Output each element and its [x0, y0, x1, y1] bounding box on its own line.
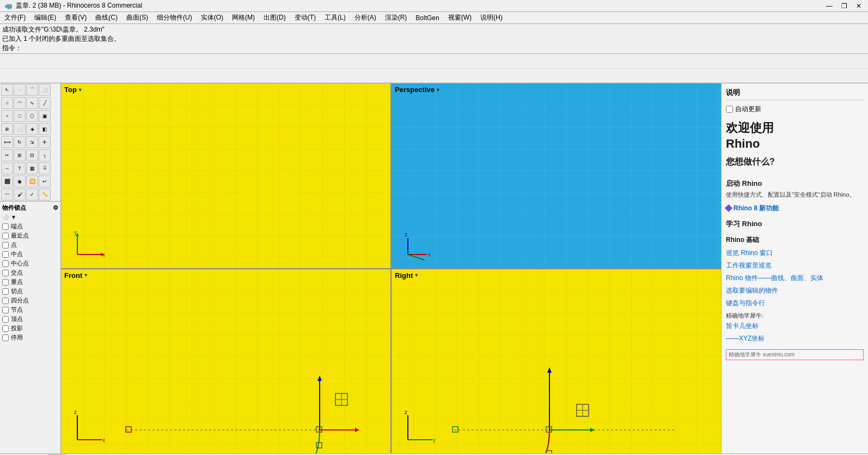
snap-checkbox-顶点[interactable] [2, 316, 9, 323]
arc-tool[interactable]: ◠ [14, 97, 26, 109]
snap-checkbox-中心点[interactable] [2, 260, 9, 267]
mirror-tool[interactable]: ⟺ [1, 136, 13, 148]
snap-filter-all[interactable]: ⚪ [2, 214, 9, 220]
array-tool[interactable]: ⠿ [39, 162, 51, 174]
menu-item-h[interactable]: 说明(H) [476, 12, 507, 23]
hatch-tool[interactable]: ▦ [26, 162, 38, 174]
menu-item-e[interactable]: 编辑(E) [30, 12, 60, 23]
cmd-line3[interactable]: 指令： [2, 44, 866, 53]
link-objects[interactable]: Rhino 物件——曲线、曲面、实体 [726, 274, 864, 283]
snap-checkbox-点[interactable] [2, 242, 9, 248]
snap-label-端点: 端点 [11, 222, 23, 230]
control-pts-tool[interactable]: ◉ [14, 175, 26, 187]
menu-item-a[interactable]: 分析(A) [350, 12, 381, 23]
move-tool[interactable]: ✛ [39, 136, 51, 148]
snap-checkbox-投影[interactable] [2, 325, 9, 332]
link-xyz[interactable]: ——XYZ坐标 [726, 334, 864, 343]
viewport-top-label[interactable]: Top ▼ [64, 86, 83, 94]
snap-settings-icon[interactable]: ⚙ [53, 204, 58, 211]
twist-tool[interactable]: 🔀 [26, 175, 38, 187]
snap-item-投影: 投影 [2, 324, 58, 332]
menu-item-w[interactable]: 视窗(W) [444, 12, 476, 23]
snap-checkbox-节点[interactable] [2, 307, 9, 313]
flow-tool[interactable]: 〰 [1, 189, 13, 201]
extrude-tool[interactable]: ⬜ [14, 123, 26, 135]
fillet-tool[interactable]: ╮ [39, 149, 51, 161]
menu-item-o[interactable]: 实体(O) [197, 12, 228, 23]
rotate-tool[interactable]: ↻ [14, 136, 26, 148]
menu-item-d[interactable]: 出图(D) [259, 12, 290, 23]
snap-checkbox-中点[interactable] [2, 251, 9, 258]
maximize-button[interactable]: ❐ [839, 2, 849, 10]
mesh-tool[interactable]: ⬡ [26, 110, 38, 122]
viewport-front[interactable]: Front ▼ [61, 269, 390, 454]
snap-checkbox-停用[interactable] [2, 335, 9, 341]
check-tool[interactable]: ✓ [26, 189, 38, 201]
text-tool[interactable]: T [14, 162, 26, 174]
cage-edit-tool[interactable]: ⬛ [1, 175, 13, 187]
auto-update-checkbox[interactable] [726, 106, 733, 113]
snap-checkbox-重点[interactable] [2, 279, 9, 286]
curve-tool[interactable]: ⌒ [26, 84, 38, 96]
polyline-tool[interactable]: ╱ [39, 97, 51, 109]
menu-item-c[interactable]: 曲线(C) [91, 12, 122, 23]
menu-item-boltgen[interactable]: BoltGen [411, 13, 443, 23]
polygon-tool[interactable]: ⬜ [39, 84, 51, 96]
explode-tool[interactable]: ⊟ [26, 149, 38, 161]
snap-filter-icon[interactable]: ▼ [11, 214, 16, 220]
menu-item-r[interactable]: 渲染(R) [381, 12, 412, 23]
auto-update-label: 自动更新 [735, 105, 761, 114]
viewport-perspective-dropdown[interactable]: ▼ [436, 87, 441, 93]
viewport-right-label[interactable]: Right ▼ [395, 271, 419, 280]
menu-item-l[interactable]: 工具(L) [320, 12, 350, 23]
snap-item-停用: 停用 [2, 333, 58, 342]
snap-checkbox-端点[interactable] [2, 223, 9, 230]
minimize-button[interactable]: — [824, 2, 835, 10]
menu-item-s[interactable]: 曲面(S) [122, 12, 152, 23]
solid-tool[interactable]: ▣ [39, 110, 51, 122]
snap-checkbox-最近点[interactable] [2, 233, 9, 239]
freeform-tool[interactable]: ~ [1, 110, 13, 122]
link-viewport[interactable]: 工作视窗里巡览 [726, 261, 864, 270]
viewport-right-dropdown[interactable]: ▼ [414, 272, 419, 278]
loft-tool[interactable]: ◈ [26, 123, 38, 135]
surface-tool[interactable]: □ [14, 110, 26, 122]
bend-tool[interactable]: ↩ [39, 175, 51, 187]
spline-tool[interactable]: ∿ [26, 97, 38, 109]
patch-tool[interactable]: ◧ [39, 123, 51, 135]
paint-tool[interactable]: 🖌 [14, 189, 26, 201]
join-tool[interactable]: ⊞ [14, 149, 26, 161]
viewport-perspective-label[interactable]: Perspective ▼ [395, 86, 441, 94]
titlebar-controls[interactable]: — ❐ ✕ [824, 2, 864, 10]
menu-item-f[interactable]: 文件(F) [0, 12, 30, 23]
snap-checkbox-交点[interactable] [2, 270, 9, 276]
link-new-features[interactable]: Rhino 8 新功能 [726, 204, 864, 213]
link-cartesian[interactable]: 笛卡儿坐标 [726, 321, 864, 331]
viewport-perspective[interactable]: Perspective ▼ z x [392, 83, 721, 268]
select-tool[interactable]: ↖ [1, 84, 13, 96]
boolean-tool[interactable]: ⊕ [1, 123, 13, 135]
svg-marker-15 [317, 375, 322, 381]
snap-checkbox-四分点[interactable] [2, 298, 9, 304]
link-keyboard[interactable]: 键盘与指令行 [726, 299, 864, 308]
viewport-top[interactable]: Top ▼ y x [61, 83, 390, 268]
viewport-front-dropdown[interactable]: ▼ [83, 272, 88, 278]
trim-tool[interactable]: ✂ [1, 149, 13, 161]
menu-item-u[interactable]: 细分物件(U) [152, 12, 197, 23]
close-button[interactable]: ✕ [854, 2, 864, 10]
viewport-front-label[interactable]: Front ▼ [64, 271, 88, 280]
scale-tool[interactable]: ⇲ [26, 136, 38, 148]
menu-item-v[interactable]: 查看(V) [60, 12, 91, 23]
menu-item-m[interactable]: 网格(M) [228, 12, 259, 23]
dimension-tool[interactable]: ↔ [1, 162, 13, 174]
viewport-right[interactable]: Right ▼ [392, 269, 721, 454]
snap-checkbox-切点[interactable] [2, 288, 9, 295]
link-select[interactable]: 选取要编辑的物件 [726, 286, 864, 295]
viewport-top-dropdown[interactable]: ▼ [78, 87, 83, 93]
circle-tool[interactable]: ○ [1, 97, 13, 109]
menu-item-t[interactable]: 变动(T) [290, 12, 320, 23]
link-tour[interactable]: 巡览 Rhino 窗口 [726, 248, 864, 258]
analyze-tool[interactable]: 📏 [39, 189, 51, 201]
point-tool[interactable]: · [14, 84, 26, 96]
cmd-input[interactable] [23, 44, 132, 52]
